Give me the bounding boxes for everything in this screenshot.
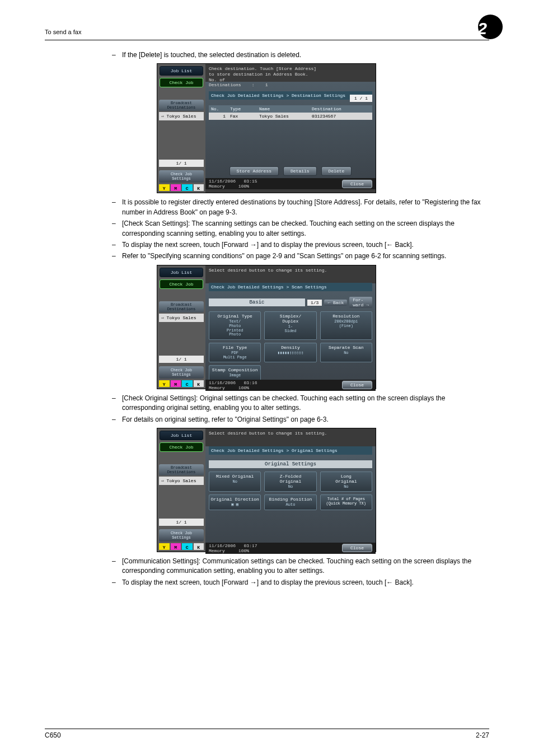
close-button[interactable]: Close [342, 180, 372, 188]
header-left: To send a fax [45, 29, 81, 35]
job-list-button[interactable]: Job List [160, 268, 203, 277]
check-job-settings-button[interactable]: Check Job Settings [159, 529, 204, 542]
body-p6: [Check Original Settings]: Original sett… [122, 394, 489, 413]
toner-levels: YMCK [159, 543, 204, 550]
body-p4: To display the next screen, touch [Forwa… [122, 240, 489, 250]
breadcrumb: Check Job Detailed Settings > Destinatio… [209, 91, 372, 100]
tab-basic[interactable]: Basic [209, 298, 305, 306]
tile-original-type[interactable]: Original TypeText/ Photo Printed Photo [209, 311, 261, 340]
check-job-button[interactable]: Check Job [160, 442, 203, 452]
sidebar-dest-item[interactable]: ⇨ Tokyo Sales [159, 477, 204, 485]
status-time: 03:17 [243, 543, 257, 548]
status-memory: 100% [238, 385, 249, 390]
body-p3: [Check Scan Settings]: The scanning sett… [122, 219, 489, 239]
footer-right: 2-27 [476, 731, 489, 739]
back-button[interactable]: ← Back [324, 300, 347, 306]
broadcast-destinations-label: Broadcast Destinations [159, 100, 204, 111]
body-p5: Refer to "Specifying scanning conditions… [122, 251, 489, 261]
tile-file-type[interactable]: File TypePDF Multi Page [209, 343, 261, 362]
toner-levels: Y M C K [159, 184, 204, 191]
breadcrumb: Check Job Detailed Settings > Scan Setti… [209, 283, 372, 291]
status-memory-label: Memory [209, 548, 225, 553]
panel-msg-2: to store destination in Address Book. [209, 72, 372, 77]
toner-levels: YMCK [159, 380, 204, 387]
footer-left: C650 [45, 731, 61, 739]
delete-button[interactable]: Delete [321, 166, 352, 176]
sidebar-dest-item[interactable]: ⇨ Tokyo Sales [159, 314, 204, 322]
forward-button[interactable]: For- ward → [349, 297, 372, 308]
panel-msg-3: No. of Destinations : 1 [209, 77, 372, 88]
check-job-settings-button[interactable]: Check Job Settings [159, 170, 204, 183]
tile-binding-position[interactable]: Binding PositionAuto [264, 494, 316, 510]
tile-mixed-original[interactable]: Mixed OriginalNo [209, 472, 261, 492]
broadcast-destinations-label: Broadcast Destinations [159, 464, 204, 475]
tile-original-direction[interactable]: Original Direction▣ ▤ [209, 494, 261, 510]
status-time: 03:15 [243, 179, 257, 184]
panel-msg-1: Check destination. Touch [Store Address] [209, 66, 372, 72]
store-address-button[interactable]: Store Address [229, 166, 279, 176]
tile-resolution[interactable]: Resolution200x200dpi (Fine) [320, 311, 372, 340]
status-memory: 100% [238, 184, 249, 189]
screenshot-scan-settings: Job List Check Job Broadcast Destination… [157, 265, 376, 389]
original-tiles: Mixed OriginalNo Z-Folded OriginalNo Lon… [209, 472, 372, 510]
tile-zfolded-original[interactable]: Z-Folded OriginalNo [264, 472, 316, 492]
panel-msg: Select desired button to change its sett… [209, 431, 372, 436]
tile-long-original[interactable]: Long OriginalNo [320, 472, 372, 492]
check-job-button[interactable]: Check Job [160, 279, 203, 289]
status-time: 03:16 [243, 380, 257, 385]
check-job-button[interactable]: Check Job [160, 78, 203, 87]
page-count: 1 / 1 [350, 95, 372, 102]
body-p9: To display the next screen, touch [Forwa… [122, 578, 489, 587]
scan-page-indicator: 1/3 [307, 300, 322, 306]
details-button[interactable]: Details [283, 166, 317, 176]
status-date: 11/16/2006 [209, 380, 236, 385]
sidebar-pager: 1/ 1 [159, 356, 204, 363]
close-button[interactable]: Close [342, 381, 372, 389]
check-job-settings-button[interactable]: Check Job Settings [159, 366, 204, 379]
job-list-button[interactable]: Job List [160, 431, 203, 440]
tile-density[interactable]: Density▮▮▮▮▮▯▯▯▯▯▯ [264, 343, 316, 362]
body-p7: For details on original setting, refer t… [122, 415, 489, 424]
tile-separate-scan[interactable]: Separate ScanNo [320, 343, 372, 362]
job-list-button[interactable]: Job List [160, 66, 203, 76]
chapter-number: 2 [477, 19, 489, 38]
tile-total-pages[interactable]: Total # of Pages (Quick Memory TX) [320, 494, 372, 510]
status-memory-label: Memory [209, 184, 225, 189]
status-memory-label: Memory [209, 385, 225, 390]
screenshot-destination-settings: Job List Check Job Broadcast Destination… [157, 63, 376, 193]
sidebar-pager: 1/ 1 [159, 519, 204, 526]
status-memory: 100% [238, 548, 249, 553]
panel-msg: Select desired button to change its sett… [209, 268, 372, 273]
screenshot-original-settings: Job List Check Job Broadcast Destination… [157, 428, 376, 552]
dest-table-header: No. Type Name Destination [209, 105, 372, 113]
status-date: 11/16/2006 [209, 543, 236, 548]
tile-simplex-duplex[interactable]: Simplex/ Duplex1- Sided [264, 311, 316, 340]
body-p8: [Communication Settings]: Communication … [122, 557, 489, 576]
close-button[interactable]: Close [342, 544, 372, 552]
dest-table-row[interactable]: 1 Fax Tokyo Sales 031234567 [209, 113, 372, 120]
body-p1: If the [Delete] is touched, the selected… [122, 50, 489, 60]
status-date: 11/16/2006 [209, 179, 236, 184]
tab-original-settings[interactable]: Original Settings [209, 460, 372, 468]
scan-tiles: Original TypeText/ Photo Printed Photo S… [209, 311, 372, 381]
tile-stamp-composition[interactable]: Stamp CompositionImage [209, 365, 261, 381]
sidebar-dest-item[interactable]: ⇨ Tokyo Sales [159, 112, 204, 120]
broadcast-destinations-label: Broadcast Destinations [159, 301, 204, 312]
sidebar-pager: 1/ 1 [159, 160, 204, 167]
breadcrumb: Check Job Detailed Settings > Original S… [209, 446, 372, 455]
body-p2: It is possible to register directly ente… [122, 198, 489, 217]
